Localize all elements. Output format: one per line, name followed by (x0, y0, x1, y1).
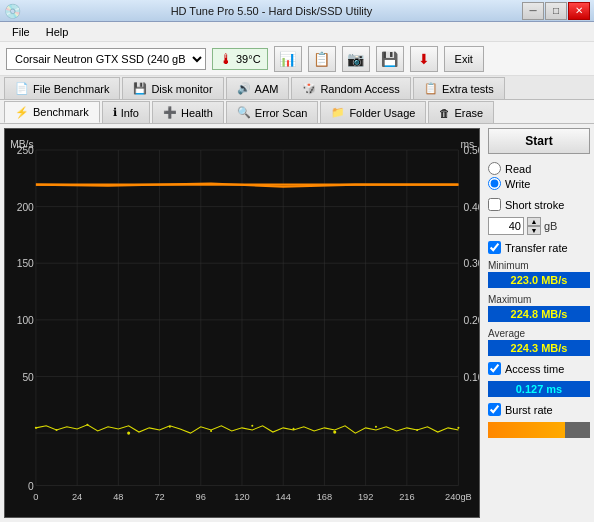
tab-random-access[interactable]: 🎲 Random Access (291, 77, 410, 99)
close-button[interactable]: ✕ (568, 2, 590, 20)
health-icon: ➕ (163, 106, 177, 119)
toolbar-btn-2[interactable]: 📋 (308, 46, 336, 72)
tab-file-benchmark[interactable]: 📄 File Benchmark (4, 77, 120, 99)
svg-point-53 (416, 429, 418, 431)
error-scan-icon: 🔍 (237, 106, 251, 119)
disk-monitor-icon: 💾 (133, 82, 147, 95)
maximum-value: 224.8 MB/s (488, 306, 590, 322)
temperature-value: 39°C (236, 53, 261, 65)
menu-help[interactable]: Help (38, 24, 77, 40)
average-label: Average (488, 328, 590, 339)
svg-text:120: 120 (234, 492, 249, 502)
short-stroke-checkbox[interactable]: Short stroke (488, 198, 590, 211)
minimum-stat: Minimum 223.0 MB/s (488, 260, 590, 288)
start-button[interactable]: Start (488, 128, 590, 154)
svg-point-49 (251, 425, 253, 427)
exit-button[interactable]: Exit (444, 46, 484, 72)
svg-point-50 (292, 428, 294, 430)
maximize-button[interactable]: □ (545, 2, 567, 20)
tab-aam[interactable]: 🔊 AAM (226, 77, 290, 99)
svg-text:150: 150 (17, 258, 34, 269)
tab-info[interactable]: ℹ Info (102, 101, 150, 123)
benchmark-chart: 250 200 150 100 50 0 MB/s 0.50 0.40 0.30… (5, 129, 479, 517)
svg-point-51 (333, 430, 336, 433)
svg-text:0.30: 0.30 (464, 258, 479, 269)
window-title: HD Tune Pro 5.50 - Hard Disk/SSD Utility (21, 5, 522, 17)
burst-rate-fill (488, 422, 565, 438)
tab-extra-tests[interactable]: 📋 Extra tests (413, 77, 505, 99)
svg-text:MB/s: MB/s (10, 139, 33, 150)
transfer-rate-checkbox[interactable]: Transfer rate (488, 241, 590, 254)
svg-text:0.40: 0.40 (464, 202, 479, 213)
average-value: 224.3 MB/s (488, 340, 590, 356)
svg-point-48 (210, 430, 212, 432)
tabs-row-1: 📄 File Benchmark 💾 Disk monitor 🔊 AAM 🎲 … (0, 76, 594, 100)
burst-rate-bar (488, 422, 590, 438)
spin-down-button[interactable]: ▼ (527, 226, 541, 235)
toolbar-btn-1[interactable]: 📊 (274, 46, 302, 72)
svg-text:0: 0 (33, 492, 38, 502)
tab-disk-monitor[interactable]: 💾 Disk monitor (122, 77, 223, 99)
svg-text:0: 0 (28, 481, 34, 492)
tab-health[interactable]: ➕ Health (152, 101, 224, 123)
read-radio[interactable]: Read (488, 162, 590, 175)
stroke-unit: gB (544, 220, 557, 232)
folder-usage-icon: 📁 (331, 106, 345, 119)
svg-text:200: 200 (17, 202, 34, 213)
svg-text:48: 48 (113, 492, 123, 502)
extra-tests-icon: 📋 (424, 82, 438, 95)
app-icon: 💿 (4, 3, 21, 19)
toolbar-btn-4[interactable]: 💾 (376, 46, 404, 72)
toolbar-btn-5[interactable]: ⬇ (410, 46, 438, 72)
access-time-stat: 0.127 ms (488, 381, 590, 397)
maximum-label: Maximum (488, 294, 590, 305)
stroke-value-input[interactable] (488, 217, 524, 235)
svg-text:100: 100 (17, 315, 34, 326)
info-icon: ℹ (113, 106, 117, 119)
toolbar-btn-3[interactable]: 📷 (342, 46, 370, 72)
burst-rate-checkbox[interactable]: Burst rate (488, 403, 590, 416)
file-benchmark-icon: 📄 (15, 82, 29, 95)
svg-point-44 (55, 429, 57, 431)
menu-file[interactable]: File (4, 24, 38, 40)
tab-folder-usage[interactable]: 📁 Folder Usage (320, 101, 426, 123)
erase-icon: 🗑 (439, 107, 450, 119)
maximum-stat: Maximum 224.8 MB/s (488, 294, 590, 322)
svg-text:216: 216 (399, 492, 414, 502)
svg-point-45 (86, 424, 88, 426)
svg-point-47 (169, 426, 171, 428)
temperature-display: 🌡 39°C (212, 48, 268, 70)
svg-text:192: 192 (358, 492, 373, 502)
svg-text:50: 50 (22, 372, 34, 383)
tab-error-scan[interactable]: 🔍 Error Scan (226, 101, 319, 123)
stroke-row: ▲ ▼ gB (488, 217, 590, 235)
svg-text:144: 144 (275, 492, 290, 502)
drive-select[interactable]: Corsair Neutron GTX SSD (240 gB) (6, 48, 206, 70)
svg-point-52 (375, 426, 377, 428)
tab-erase[interactable]: 🗑 Erase (428, 101, 494, 123)
access-time-value: 0.127 ms (488, 381, 590, 397)
minimum-value: 223.0 MB/s (488, 272, 590, 288)
stroke-spinner[interactable]: ▲ ▼ (527, 217, 541, 235)
window-controls: ─ □ ✕ (522, 2, 590, 20)
svg-text:24: 24 (72, 492, 82, 502)
svg-text:ms: ms (460, 139, 474, 150)
spin-up-button[interactable]: ▲ (527, 217, 541, 226)
minimum-label: Minimum (488, 260, 590, 271)
svg-text:0.20: 0.20 (464, 315, 479, 326)
svg-point-46 (127, 432, 130, 435)
random-access-icon: 🎲 (302, 82, 316, 95)
average-stat: Average 224.3 MB/s (488, 328, 590, 356)
svg-text:240gB: 240gB (445, 492, 472, 502)
svg-text:72: 72 (154, 492, 164, 502)
menu-bar: File Help (0, 22, 594, 42)
svg-text:0.10: 0.10 (464, 372, 479, 383)
write-radio[interactable]: Write (488, 177, 590, 190)
benchmark-icon: ⚡ (15, 106, 29, 119)
minimize-button[interactable]: ─ (522, 2, 544, 20)
svg-point-54 (457, 427, 459, 429)
title-bar: 💿 HD Tune Pro 5.50 - Hard Disk/SSD Utili… (0, 0, 594, 22)
tab-benchmark[interactable]: ⚡ Benchmark (4, 101, 100, 123)
svg-text:168: 168 (317, 492, 332, 502)
access-time-checkbox[interactable]: Access time (488, 362, 590, 375)
